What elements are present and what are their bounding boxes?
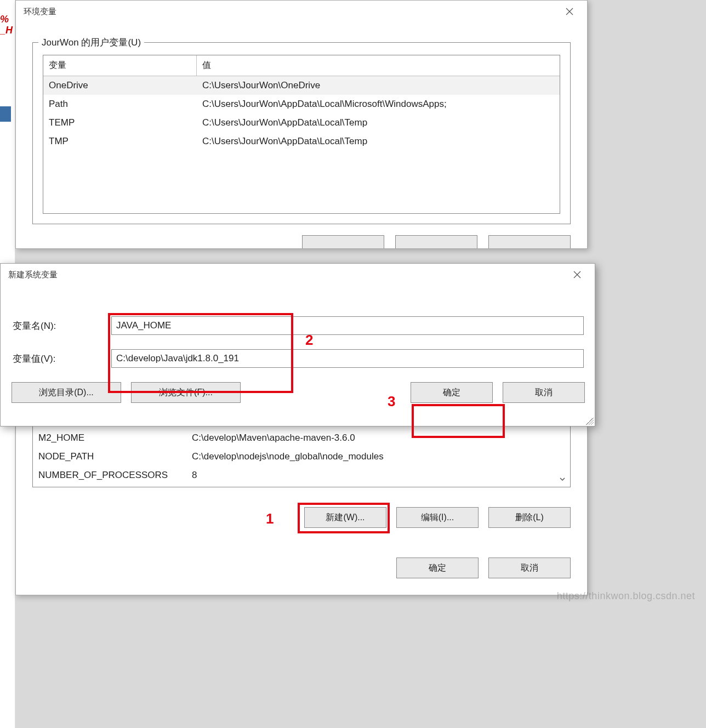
table-body: OneDrive C:\Users\JourWon\OneDrive Path … bbox=[43, 76, 560, 151]
variable-name-label: 变量名(N): bbox=[12, 320, 111, 332]
new-button-cutoff[interactable] bbox=[302, 235, 384, 248]
system-variables-table[interactable]: M2_HOME C:\develop\Maven\apache-maven-3.… bbox=[32, 426, 571, 487]
cell-var: Path bbox=[43, 95, 197, 113]
cell-var: M2_HOME bbox=[33, 429, 186, 447]
system-var-buttons: 1 新建(W)... 编辑(I)... 删除(L) bbox=[32, 507, 571, 528]
delete-system-var-button[interactable]: 删除(L) bbox=[488, 507, 571, 528]
cell-var: NUMBER_OF_PROCESSORS bbox=[33, 466, 186, 485]
env-variables-dialog: 环境变量 JourWon 的用户变量(U) 变量 值 OneDrive C:\U… bbox=[15, 0, 588, 249]
cell-val: C:\Users\JourWon\AppData\Local\Temp bbox=[197, 113, 560, 132]
cell-var: OneDrive bbox=[43, 76, 197, 95]
user-variables-group: JourWon 的用户变量(U) 变量 值 OneDrive C:\Users\… bbox=[32, 42, 571, 224]
background-selection bbox=[0, 106, 11, 122]
variable-name-row: 变量名(N): bbox=[12, 316, 584, 335]
new-var-button-row: 浏览目录(D)... 浏览文件(F)... 确定 取消 bbox=[1, 382, 595, 403]
ok-button[interactable]: 确定 bbox=[411, 382, 493, 403]
column-header-variable[interactable]: 变量 bbox=[43, 55, 197, 76]
user-var-buttons-cutoff bbox=[32, 235, 571, 248]
user-variables-table[interactable]: 变量 值 OneDrive C:\Users\JourWon\OneDrive … bbox=[43, 55, 560, 214]
table-header: 变量 值 bbox=[43, 55, 560, 76]
variable-value-label: 变量值(V): bbox=[12, 352, 111, 365]
table-row[interactable]: M2_HOME C:\develop\Maven\apache-maven-3.… bbox=[33, 429, 570, 447]
table-row[interactable]: NUMBER_OF_PROCESSORS 8 bbox=[33, 466, 570, 485]
user-variables-group-label: JourWon 的用户变量(U) bbox=[38, 36, 144, 49]
resize-grip-icon[interactable] bbox=[586, 417, 594, 425]
cell-var: TEMP bbox=[43, 113, 197, 132]
browse-directory-button[interactable]: 浏览目录(D)... bbox=[12, 382, 121, 403]
new-var-title: 新建系统变量 bbox=[8, 270, 58, 280]
table-row[interactable]: Path C:\Users\JourWon\AppData\Local\Micr… bbox=[43, 95, 560, 113]
new-var-titlebar[interactable]: 新建系统变量 bbox=[1, 264, 595, 286]
cell-val: C:\develop\nodejs\node_global\node_modul… bbox=[186, 447, 570, 466]
edit-system-var-button[interactable]: 编辑(I)... bbox=[396, 507, 479, 528]
cell-var: TMP bbox=[43, 132, 197, 151]
table-row[interactable]: NODE_PATH C:\develop\nodejs\node_global\… bbox=[33, 447, 570, 466]
table-row[interactable]: TMP C:\Users\JourWon\AppData\Local\Temp bbox=[43, 132, 560, 151]
cell-val: 8 bbox=[186, 466, 570, 485]
column-header-value[interactable]: 值 bbox=[197, 55, 560, 76]
new-system-variable-dialog: 新建系统变量 变量名(N): 变量值(V): 浏览目录(D)... 浏览文件(F… bbox=[0, 263, 595, 426]
env-dialog-title: 环境变量 bbox=[24, 7, 56, 17]
env-dialog-titlebar[interactable]: 环境变量 bbox=[16, 1, 587, 22]
cell-val: C:\develop\Maven\apache-maven-3.6.0 bbox=[186, 429, 570, 447]
close-icon[interactable] bbox=[557, 3, 582, 20]
edit-button-cutoff[interactable] bbox=[395, 235, 477, 248]
cell-val: C:\Users\JourWon\AppData\Local\Microsoft… bbox=[197, 95, 560, 113]
cell-val: C:\Users\JourWon\AppData\Local\Temp bbox=[197, 132, 560, 151]
browse-file-button[interactable]: 浏览文件(F)... bbox=[131, 382, 241, 403]
chevron-down-icon[interactable] bbox=[557, 474, 568, 485]
variable-value-row: 变量值(V): bbox=[12, 349, 584, 368]
variable-value-input[interactable] bbox=[111, 349, 584, 368]
env-ok-button[interactable]: 确定 bbox=[396, 558, 479, 578]
new-system-var-button[interactable]: 新建(W)... bbox=[304, 507, 386, 528]
new-var-form: 变量名(N): 变量值(V): bbox=[1, 286, 595, 368]
annotation-number-1: 1 bbox=[266, 510, 274, 527]
cancel-button[interactable]: 取消 bbox=[503, 382, 585, 403]
env-cancel-button[interactable]: 取消 bbox=[488, 558, 571, 578]
cell-var: NODE_PATH bbox=[33, 447, 186, 466]
system-variables-section: M2_HOME C:\develop\Maven\apache-maven-3.… bbox=[15, 426, 588, 595]
variable-name-input[interactable] bbox=[111, 316, 584, 335]
close-icon[interactable] bbox=[565, 266, 589, 283]
delete-button-cutoff[interactable] bbox=[488, 235, 571, 248]
cell-val: C:\Users\JourWon\OneDrive bbox=[197, 76, 560, 95]
background-text: % _H bbox=[0, 14, 14, 36]
table-row[interactable]: OneDrive C:\Users\JourWon\OneDrive bbox=[43, 76, 560, 95]
table-row[interactable]: TEMP C:\Users\JourWon\AppData\Local\Temp bbox=[43, 113, 560, 132]
env-dialog-final-buttons: 确定 取消 bbox=[32, 558, 571, 578]
